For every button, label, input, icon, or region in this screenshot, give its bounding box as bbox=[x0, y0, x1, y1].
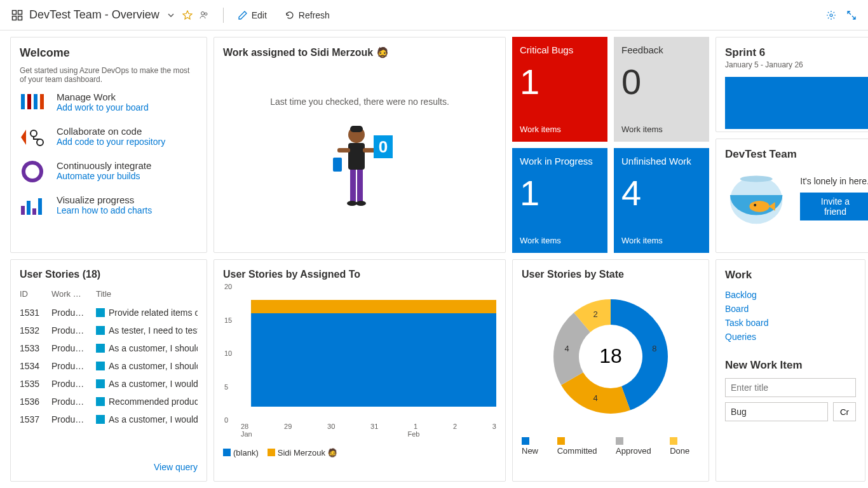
dashboard-title[interactable]: DevTest Team - Overview bbox=[29, 8, 159, 22]
gear-icon[interactable] bbox=[826, 10, 836, 20]
welcome-item-link[interactable]: Learn how to add charts bbox=[57, 205, 152, 215]
new-work-item-type-select[interactable]: Bug bbox=[725, 402, 828, 421]
svg-rect-8 bbox=[27, 94, 31, 109]
cell-id: 1537 bbox=[20, 414, 51, 424]
welcome-widget: Welcome Get started using Azure DevOps t… bbox=[10, 37, 207, 253]
donut-title: User Stories by State bbox=[522, 269, 700, 280]
welcome-item-link[interactable]: Automate your builds bbox=[57, 171, 151, 181]
cell-title: As a customer, I would li… bbox=[96, 379, 198, 389]
cell-id: 1535 bbox=[20, 379, 51, 389]
area-chart-svg bbox=[241, 287, 496, 420]
svg-text:0: 0 bbox=[379, 137, 388, 156]
table-row[interactable]: 1536 Produ… Recommended products… New bbox=[20, 393, 198, 410]
fishbowl-icon bbox=[725, 170, 787, 227]
table-row[interactable]: 1532 Produ… As tester, I need to test t…… bbox=[20, 322, 198, 339]
svg-rect-25 bbox=[333, 158, 342, 172]
cell-title: As tester, I need to test t… bbox=[96, 325, 198, 336]
tile-footer: Work items bbox=[520, 125, 561, 134]
tile-critical-bugs[interactable]: Critical Bugs 1 Work items bbox=[512, 37, 607, 142]
cell-id: 1532 bbox=[20, 325, 51, 336]
svg-rect-2 bbox=[13, 16, 17, 20]
xtick: 1 bbox=[414, 423, 417, 430]
cell-title: As a customer, I should … bbox=[96, 361, 198, 371]
legend-item: New bbox=[522, 437, 548, 456]
svg-point-11 bbox=[31, 130, 37, 137]
svg-rect-26 bbox=[350, 170, 356, 201]
donut-slice-label: 2 bbox=[593, 309, 597, 319]
svg-rect-17 bbox=[38, 198, 42, 215]
col-worktype[interactable]: Work … bbox=[51, 289, 96, 299]
tile-title: Unfinished Work bbox=[621, 156, 702, 166]
tile-title: Feedback bbox=[621, 44, 702, 55]
col-id[interactable]: ID bbox=[20, 289, 51, 299]
table-row[interactable]: 1534 Produ… As a customer, I should … Ne… bbox=[20, 357, 198, 375]
table-row[interactable]: 1537 Produ… As a customer, I would li… N… bbox=[20, 410, 198, 428]
cell-worktype: Produ… bbox=[51, 343, 96, 353]
welcome-item-link[interactable]: Add code to your repository bbox=[57, 137, 165, 147]
tile-footer: Work items bbox=[621, 125, 663, 134]
stories-title: User Stories (18) bbox=[20, 269, 198, 280]
tile-unfinished-work[interactable]: Unfinished Work 4 Work items bbox=[614, 148, 709, 253]
table-row[interactable]: 1535 Produ… As a customer, I would li… N… bbox=[20, 375, 198, 393]
team-icon[interactable] bbox=[199, 10, 209, 20]
team-widget: DevTest Team It's lonely in here. Invite… bbox=[715, 139, 868, 253]
svg-point-4 bbox=[201, 11, 204, 15]
welcome-item-title: Manage Work bbox=[57, 92, 149, 102]
work-link[interactable]: Queries bbox=[725, 330, 856, 344]
welcome-item-link[interactable]: Add work to your board bbox=[57, 102, 149, 112]
svg-rect-1 bbox=[18, 10, 22, 14]
star-icon[interactable] bbox=[182, 10, 193, 20]
xmonth-feb: Feb bbox=[407, 430, 419, 438]
create-button[interactable]: Cr bbox=[833, 402, 856, 421]
cell-title: As a customer, I should … bbox=[96, 343, 198, 353]
table-row[interactable]: 1531 Produ… Provide related items or … N… bbox=[20, 304, 198, 322]
invite-friend-button[interactable]: Invite a friend bbox=[800, 193, 868, 220]
tile-work-in-progress[interactable]: Work in Progress 1 Work items bbox=[512, 148, 607, 253]
work-link[interactable]: Board bbox=[725, 302, 856, 316]
area-chart-title: User Stories by Assigned To bbox=[223, 269, 496, 280]
new-work-item-input[interactable] bbox=[725, 378, 856, 397]
donut-chart: 8 4 4 218 bbox=[541, 287, 681, 426]
svg-rect-16 bbox=[32, 208, 36, 215]
welcome-item-icon bbox=[20, 126, 45, 149]
view-query-link[interactable]: View query bbox=[154, 462, 198, 472]
work-link[interactable]: Backlog bbox=[725, 288, 856, 302]
tile-footer: Work items bbox=[621, 236, 663, 245]
work-item-icon bbox=[96, 415, 105, 424]
tile-footer: Work items bbox=[520, 236, 561, 245]
chevron-down-icon[interactable] bbox=[166, 10, 176, 20]
cell-id: 1534 bbox=[20, 361, 51, 371]
svg-point-29 bbox=[356, 201, 366, 206]
pencil-icon bbox=[238, 10, 248, 20]
tile-title: Work in Progress bbox=[520, 156, 600, 166]
legend-item: Committed bbox=[557, 437, 607, 456]
svg-rect-7 bbox=[21, 94, 25, 109]
stories-by-assignee-widget: User Stories by Assigned To 05101520 282… bbox=[214, 259, 506, 482]
svg-point-28 bbox=[347, 201, 357, 206]
assigned-widget: Work assigned to Sidi Merzouk 🧔 Last tim… bbox=[214, 37, 506, 253]
donut-total: 18 bbox=[599, 344, 622, 367]
fullscreen-icon[interactable] bbox=[846, 10, 857, 20]
cell-id: 1533 bbox=[20, 343, 51, 353]
tile-feedback[interactable]: Feedback 0 Work items bbox=[614, 37, 709, 142]
cell-worktype: Produ… bbox=[51, 308, 96, 318]
work-link[interactable]: Task board bbox=[725, 316, 856, 330]
header-right bbox=[826, 10, 857, 20]
col-title[interactable]: Title bbox=[96, 289, 207, 299]
ytick: 5 bbox=[224, 383, 228, 391]
work-item-icon bbox=[96, 362, 105, 370]
donut-legend: NewCommittedApprovedDone bbox=[522, 437, 700, 456]
tile-value: 1 bbox=[520, 60, 600, 103]
svg-point-6 bbox=[830, 14, 832, 17]
table-row[interactable]: 1533 Produ… As a customer, I should … Ne… bbox=[20, 339, 198, 357]
team-title: DevTest Team bbox=[725, 148, 868, 161]
legend-sidi: Sidi Merzouk 🧔 bbox=[268, 448, 338, 458]
tile-value: 4 bbox=[621, 172, 702, 214]
refresh-button[interactable]: Refresh bbox=[285, 10, 330, 20]
edit-button[interactable]: Edit bbox=[238, 10, 267, 20]
refresh-label: Refresh bbox=[299, 10, 330, 20]
welcome-item-icon bbox=[20, 92, 45, 114]
donut-slice-label: 8 bbox=[652, 344, 656, 353]
sprint-widget[interactable]: Sprint 6 January 5 - January 26 bbox=[715, 37, 868, 132]
svg-rect-19 bbox=[350, 126, 363, 132]
